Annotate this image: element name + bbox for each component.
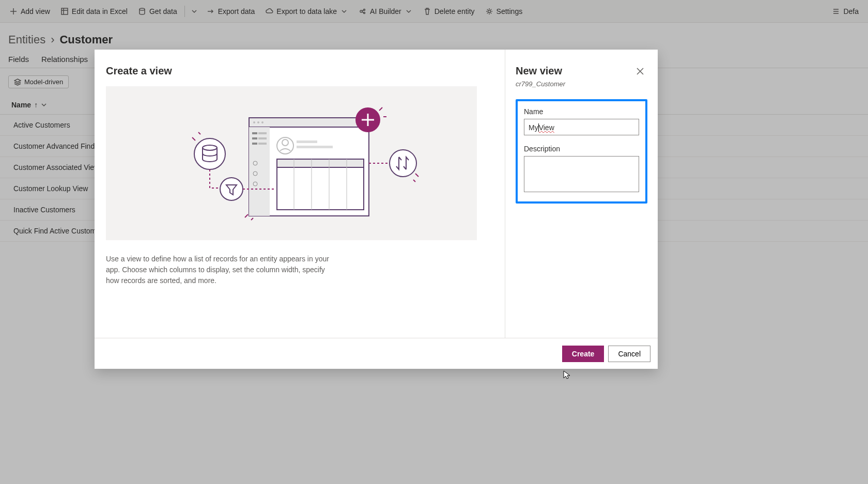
svg-point-35 — [390, 150, 416, 177]
modal-footer: Create Cancel — [95, 338, 658, 369]
svg-rect-13 — [258, 132, 267, 134]
name-input-value: View — [539, 123, 554, 132]
cancel-button[interactable]: Cancel — [608, 346, 650, 362]
create-button[interactable]: Create — [562, 346, 605, 362]
svg-rect-15 — [258, 137, 267, 139]
modal-description: Use a view to define how a list of recor… — [106, 254, 333, 286]
create-view-illustration — [106, 86, 477, 240]
svg-point-31 — [194, 138, 225, 169]
svg-rect-14 — [252, 137, 257, 139]
close-button[interactable] — [634, 65, 646, 77]
description-textarea[interactable] — [524, 156, 639, 192]
description-label: Description — [524, 145, 639, 153]
svg-point-33 — [220, 178, 243, 200]
create-view-modal: Create a view — [95, 50, 658, 369]
svg-rect-11 — [249, 127, 270, 216]
close-icon — [637, 68, 644, 75]
modal-title: Create a view — [106, 65, 493, 77]
svg-point-9 — [257, 121, 259, 123]
modal-left-panel: Create a view — [95, 50, 505, 338]
svg-rect-26 — [277, 159, 364, 167]
svg-point-10 — [261, 121, 264, 123]
svg-rect-24 — [297, 146, 333, 148]
form-highlight-area: Name MyView Description — [516, 99, 647, 204]
svg-rect-12 — [252, 132, 257, 134]
entity-name: cr799_Customer — [516, 80, 647, 88]
name-input[interactable]: MyView — [524, 119, 639, 135]
svg-rect-16 — [252, 143, 257, 145]
side-title: New view — [516, 65, 647, 77]
modal-right-panel: New view cr799_Customer Name MyView Desc… — [505, 50, 658, 338]
svg-rect-17 — [258, 143, 267, 145]
svg-rect-23 — [297, 140, 317, 143]
name-label: Name — [524, 107, 639, 116]
svg-point-8 — [253, 121, 255, 123]
svg-rect-7 — [249, 118, 369, 127]
